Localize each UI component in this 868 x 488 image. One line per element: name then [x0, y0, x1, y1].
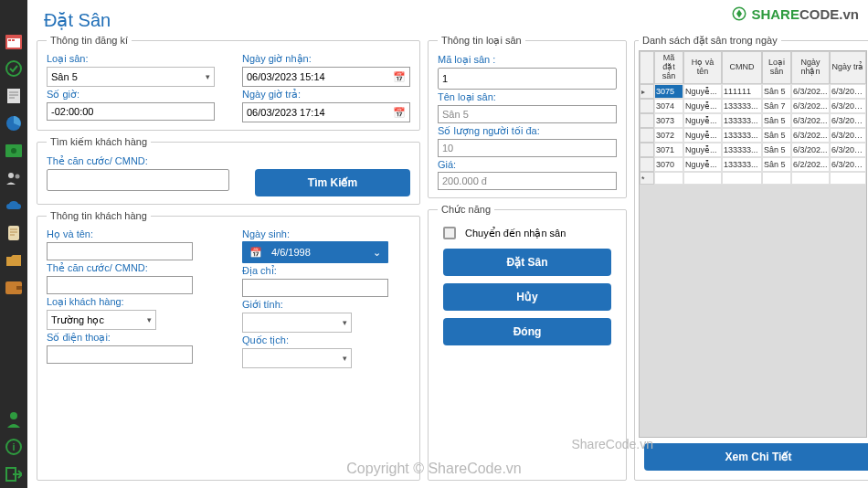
- page-title: Đặt Sân: [44, 9, 111, 31]
- book-button[interactable]: Đặt Sân: [443, 249, 611, 276]
- search-legend: Tìm kiếm khách hàng: [47, 136, 151, 148]
- customer-group: Thông tin khách hàng Họ và tên: Thẻ căn …: [37, 210, 420, 481]
- search-button[interactable]: Tìm Kiếm: [255, 169, 410, 196]
- nationality-label: Quốc tịch:: [242, 334, 410, 346]
- registration-group: Thông tin đăng kí Loại sân: Sân 5▾ Số gi…: [37, 35, 420, 131]
- search-group: Tìm kiếm khách hàng Thẻ căn cước/ CMND: …: [37, 136, 420, 205]
- svg-text:i: i: [12, 441, 15, 452]
- dob-picker[interactable]: 📅 4/6/1998 ⌄: [242, 241, 388, 263]
- pitch-id-label: Mã loại sân :: [438, 54, 617, 66]
- nationality-select[interactable]: ▾: [242, 348, 352, 368]
- cmnd-input[interactable]: [47, 276, 193, 294]
- table-header-cell[interactable]: Họ và tên: [683, 51, 722, 84]
- calendar-icon: 📅: [393, 107, 406, 119]
- pitch-type-label: Loại sân:: [47, 53, 215, 65]
- fullname-label: Họ và tên:: [47, 228, 215, 240]
- pitch-price-field: [438, 172, 617, 190]
- chevron-down-icon: ⌄: [373, 247, 381, 259]
- chevron-down-icon: ▾: [206, 72, 210, 81]
- phone-input[interactable]: [47, 345, 193, 364]
- checkin-datetime[interactable]: 06/03/2023 15:14📅: [242, 67, 410, 87]
- svg-rect-12: [8, 226, 19, 240]
- sidebar-calendar-icon[interactable]: [4, 31, 24, 51]
- checkout-datetime[interactable]: 06/03/2023 17:14📅: [242, 102, 410, 122]
- address-label: Địa chỉ:: [242, 265, 410, 277]
- goto-checkin-label: Chuyển đến nhận sân: [465, 228, 566, 239]
- checkout-label: Ngày giờ trả:: [242, 89, 410, 101]
- pitch-info-group: Thông tin loại sân Mã loại sân : Tên loạ…: [428, 35, 627, 198]
- sidebar-info-icon[interactable]: i: [4, 437, 24, 457]
- chevron-down-icon: ▾: [147, 315, 152, 324]
- svg-point-10: [8, 173, 14, 178]
- svg-point-11: [16, 175, 20, 179]
- svg-rect-6: [7, 89, 20, 103]
- svg-rect-14: [16, 286, 22, 290]
- sidebar-user-icon[interactable]: [4, 409, 24, 430]
- sidebar-users-icon[interactable]: [4, 168, 24, 188]
- table-row[interactable]: 3075Nguyễ...111111Sân 56/3/202...6/3/202…: [640, 84, 866, 99]
- sidebar-chart-icon[interactable]: [4, 113, 24, 133]
- goto-checkin-checkbox[interactable]: [443, 227, 456, 239]
- gender-label: Giới tính:: [242, 299, 410, 311]
- checkin-label: Ngày giờ nhận:: [242, 53, 410, 65]
- fullname-input[interactable]: [47, 242, 193, 260]
- watermark-center: Copyright © ShareCode.vn: [346, 461, 521, 477]
- function-legend: Chức năng: [438, 204, 494, 216]
- pitch-price-label: Giá:: [438, 159, 617, 170]
- pitch-info-legend: Thông tin loại sân: [438, 35, 525, 47]
- customer-legend: Thông tin khách hàng: [47, 210, 151, 221]
- pitch-type-select[interactable]: Sân 5▾: [47, 67, 215, 87]
- registration-legend: Thông tin đăng kí: [47, 35, 132, 46]
- svg-rect-3: [8, 39, 11, 41]
- table-header-cell[interactable]: Mã đặt sân: [654, 51, 683, 84]
- sidebar-money-icon[interactable]: [4, 141, 24, 161]
- svg-point-15: [10, 412, 17, 419]
- sidebar-cloud-icon[interactable]: [4, 196, 24, 216]
- table-row[interactable]: 3072Nguyễ...133333...Sân 56/3/202...6/3/…: [640, 128, 866, 143]
- pitch-name-field: [438, 105, 617, 123]
- calendar-icon: 📅: [393, 71, 406, 83]
- svg-rect-4: [12, 39, 15, 41]
- table-row[interactable]: 3074Nguyễ...133333...Sân 76/3/202...6/3/…: [640, 99, 866, 113]
- gender-select[interactable]: ▾: [242, 313, 352, 333]
- pitch-max-field: [438, 139, 617, 157]
- view-detail-button[interactable]: Xem Chi Tiết: [644, 443, 868, 471]
- sidebar-folder-icon[interactable]: [4, 250, 24, 271]
- cancel-button[interactable]: Hủy: [443, 283, 611, 311]
- sidebar-receipt-icon[interactable]: [4, 86, 24, 106]
- table-row[interactable]: 3071Nguyễ...133333...Sân 56/3/202...6/3/…: [640, 143, 866, 157]
- booking-list-group: Danh sách đặt sân trong ngày Mã đặt sânH…: [634, 35, 868, 481]
- sidebar-check-icon[interactable]: [4, 58, 24, 79]
- svg-point-9: [11, 148, 16, 154]
- table-new-row[interactable]: *: [640, 172, 866, 185]
- sidebar: i: [0, 0, 27, 488]
- table-header-cell[interactable]: Ngày trả: [830, 51, 866, 84]
- chevron-down-icon: ▾: [343, 354, 347, 363]
- search-cmnd-label: Thẻ căn cước/ CMND:: [47, 155, 410, 167]
- sidebar-wallet-icon[interactable]: [4, 278, 24, 298]
- pitch-id-input[interactable]: [438, 68, 617, 90]
- address-input[interactable]: [242, 279, 388, 297]
- table-header-cell[interactable]: Ngày nhận: [791, 51, 830, 84]
- booking-list-legend: Danh sách đặt sân trong ngày: [639, 35, 781, 47]
- watermark-text: ShareCode.vn: [571, 437, 653, 451]
- cust-type-select[interactable]: Trường học▾: [47, 310, 156, 330]
- booking-table[interactable]: Mã đặt sânHọ và tênCMNDLoại sânNgày nhận…: [639, 50, 867, 438]
- pitch-name-label: Tên loại sân:: [438, 91, 617, 103]
- table-row[interactable]: 3073Nguyễ...133333...Sân 56/3/202...6/3/…: [640, 113, 866, 128]
- sidebar-logout-icon[interactable]: [4, 464, 24, 484]
- dob-label: Ngày sinh:: [242, 228, 410, 239]
- pitch-max-label: Số lượng người tối đa:: [438, 125, 617, 137]
- sidebar-scroll-icon[interactable]: [4, 223, 24, 243]
- brand-logo: SHARECODE.vn: [731, 5, 859, 22]
- table-header-cell[interactable]: CMND: [722, 51, 762, 84]
- table-header-cell[interactable]: Loại sân: [762, 51, 791, 84]
- calendar-icon: 📅: [249, 247, 262, 259]
- hours-input[interactable]: [47, 102, 215, 121]
- chevron-down-icon: ▾: [343, 318, 347, 327]
- table-header-cell[interactable]: [640, 51, 654, 84]
- table-row[interactable]: 3070Nguyễ...133333...Sân 56/2/202...6/3/…: [640, 157, 866, 172]
- search-cmnd-input[interactable]: [47, 169, 229, 191]
- close-button[interactable]: Đóng: [443, 318, 611, 345]
- cmnd-label: Thẻ căn cước/ CMND:: [47, 262, 215, 274]
